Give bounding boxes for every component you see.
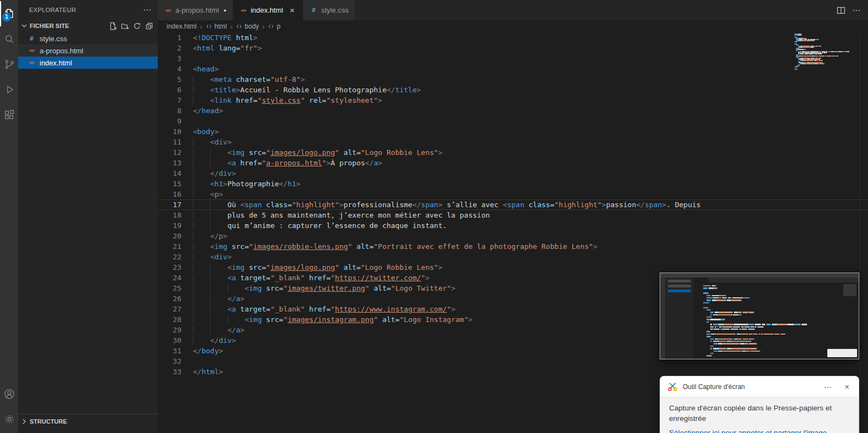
tab-label: style.css [321,6,349,14]
file-name: style.css [40,35,67,43]
thumb-tab-bar [694,277,859,282]
breadcrumb-item-p[interactable]: p [268,23,280,30]
activity-bar: 1 [0,0,18,433]
split-editor-icon[interactable] [837,6,845,15]
notification-action-link[interactable]: Sélectionner ici pour annoter et partage… [669,428,850,433]
thumb-code [703,285,840,358]
structure-section-header[interactable]: STRUCTURE [18,414,158,429]
file-row-style-css[interactable]: # style.css [18,32,158,45]
code-area[interactable]: 1<!DOCTYPE html>2<html lang="fr">34<head… [158,32,868,433]
css-file-icon: # [309,7,318,14]
html-file-icon: <> [27,60,36,65]
extensions-icon [3,109,15,121]
breadcrumb: index.html › html › body › p [158,20,868,32]
breadcrumb-item-file[interactable]: index.html [167,23,197,30]
tab-index[interactable]: <> index.html × [233,0,303,20]
file-row-a-propos[interactable]: <> a-propos.html [18,45,158,57]
snipping-tool-scissors-icon [668,382,677,391]
notification-body: Capture d'écran copiée dans le Presse-pa… [660,397,859,433]
activity-bar-bottom [0,381,18,432]
structure-section-label: STRUCTURE [30,418,67,425]
screenshot-preview[interactable] [660,273,859,359]
notification-more-icon[interactable]: ⋯ [820,381,836,392]
symbol-tag-icon [236,23,242,30]
explorer-sidebar: EXPLORATEUR ⋯ FICHIER SITE # style.css <… [18,0,158,433]
chevron-right-icon: › [230,23,233,31]
explorer-activity-button[interactable]: 1 [0,1,18,26]
activity-bar-top: 1 [0,1,18,127]
breadcrumb-label: html [214,23,227,30]
thumb-active-tab [694,277,709,282]
scrollbar[interactable] [860,32,860,433]
thumb-titlebar [660,273,859,277]
search-icon [3,33,15,45]
new-folder-icon[interactable] [121,22,129,30]
html-file-icon: <> [27,48,36,53]
modified-dot-icon[interactable]: ● [223,8,226,13]
settings-button[interactable] [0,407,18,432]
snipping-tool-notification: Outil Capture d'écran ⋯ × Capture d'écra… [660,376,859,433]
tab-bar: <> a-propos.html ● <> index.html × # sty… [158,0,868,20]
file-list: # style.css <> a-propos.html <> index.ht… [18,32,158,69]
source-control-activity-button[interactable] [0,52,18,77]
sidebar-title: EXPLORATEUR [29,7,143,13]
gear-icon [3,413,15,425]
thumb-activity-bar [660,277,665,359]
editor-actions: ⋯ [837,0,868,20]
chevron-right-icon: › [262,23,264,31]
html-file-icon: <> [239,8,247,13]
file-row-index[interactable]: <> index.html [18,57,158,69]
tab-style-css[interactable]: # style.css [303,0,355,20]
account-button[interactable] [0,381,18,407]
activity-badge: 1 [2,13,11,21]
collapse-all-icon[interactable] [145,22,153,30]
notification-header: Outil Capture d'écran ⋯ × [660,376,859,397]
symbol-tag-icon [206,23,212,30]
extensions-activity-button[interactable] [0,102,18,127]
run-debug-activity-button[interactable] [0,77,18,102]
run-debug-icon [3,84,15,96]
tab-a-propos[interactable]: <> a-propos.html ● [158,0,233,20]
css-file-icon: # [27,35,36,42]
new-file-icon[interactable] [109,22,117,30]
editor-more-icon[interactable]: ⋯ [852,5,860,15]
folder-section-header[interactable]: FICHIER SITE [18,19,158,32]
minimap[interactable] [794,34,856,70]
notification-close-icon[interactable]: × [841,381,853,392]
breadcrumb-label: body [245,23,259,30]
chevron-right-icon [20,417,29,426]
folder-section-label: FICHIER SITE [30,23,69,29]
html-file-icon: <> [164,8,172,13]
close-icon[interactable]: × [288,5,297,15]
account-icon [3,388,15,400]
breadcrumb-label: p [277,23,280,30]
file-name: index.html [40,59,72,67]
thumb-minimap [843,284,856,296]
notification-title: Outil Capture d'écran [683,383,815,391]
editor-group: <> a-propos.html ● <> index.html × # sty… [158,0,868,433]
explorer-more-icon[interactable]: ⋯ [143,5,151,14]
notification-message: Capture d'écran copiée dans le Presse-pa… [669,403,850,424]
source-control-icon [3,58,15,70]
symbol-tag-icon [268,23,274,30]
chevron-down-icon [20,21,29,30]
thumb-notification [827,349,857,357]
file-name: a-propos.html [40,47,83,55]
thumb-sidebar [665,277,694,359]
breadcrumb-item-body[interactable]: body [236,23,259,30]
tab-label: a-propos.html [175,6,219,14]
refresh-icon[interactable] [133,22,141,30]
vscode-window: 1 EXPLORATEUR [0,0,868,433]
search-activity-button[interactable] [0,26,18,52]
breadcrumb-item-html[interactable]: html [206,23,227,30]
breadcrumb-label: index.html [167,23,197,30]
chevron-right-icon: › [200,23,202,31]
explorer-actions [109,22,153,30]
tab-label: index.html [251,6,283,14]
sidebar-header: EXPLORATEUR ⋯ [18,0,158,19]
